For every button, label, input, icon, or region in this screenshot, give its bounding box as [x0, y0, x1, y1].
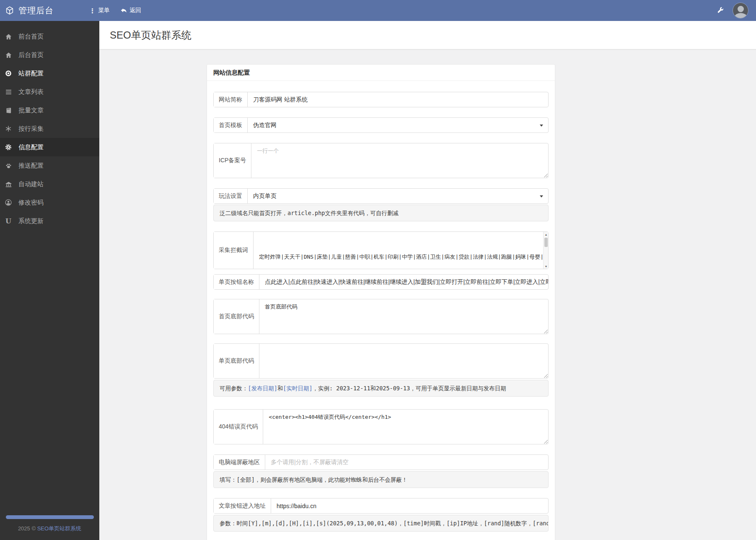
home-footer-code-label: 首页底部代码 [214, 299, 259, 334]
globe-icon [5, 70, 12, 77]
reply-arrow-icon [121, 8, 127, 13]
field-404-code: 404错误页代码 <center><h1>404错误页代码</center></… [213, 409, 549, 444]
play-mode-label: 玩法设置 [214, 189, 248, 203]
book-icon [5, 106, 12, 114]
resize-grip-icon[interactable] [543, 373, 548, 378]
copyright: 2025 © SEO单页站群系统 [0, 525, 99, 532]
sidebar-item-label: 信息配置 [18, 143, 44, 151]
top-menu: ⋮ 菜单 返回 [89, 0, 141, 21]
sidebar-item-change-password[interactable]: 修改密码 [0, 193, 99, 212]
page-footer-code-text [259, 344, 548, 350]
icp-label: ICP备案号 [214, 143, 251, 178]
sidebar-item-label: 后台首页 [18, 51, 44, 59]
collect-block-label: 采集拦截词 [214, 232, 254, 269]
sidebar-item-label: 批量文章 [18, 106, 44, 114]
site-name-label: 网站简称 [214, 92, 248, 107]
sidebar-scrollbar[interactable] [6, 515, 94, 519]
cube-icon [5, 6, 14, 15]
sidebar-nav: 前台首页 后台首页 站群配置 文章列 [0, 21, 99, 230]
paw-icon [5, 162, 12, 169]
sidebar-item-front-home[interactable]: 前台首页 [0, 27, 99, 46]
home-icon [5, 33, 12, 40]
play-mode-select[interactable]: 内页单页 [248, 189, 548, 203]
magnet-icon: U [5, 217, 12, 225]
error-404-text: <center><h1>404错误页代码</center></h1> [263, 410, 548, 424]
home-footer-code-text: 首页底部代码 [259, 299, 548, 314]
sidebar-item-batch-articles[interactable]: 批量文章 [0, 101, 99, 119]
site-info-card: 网站信息配置 网站简称 刀客源码网 站群系统 首页模板 伪造官网 ICP备案号 … [207, 64, 555, 540]
home-template-label: 首页模板 [214, 118, 248, 132]
scroll-down-icon[interactable]: ▼ [544, 264, 548, 269]
sidebar-item-label: 站群配置 [18, 70, 44, 78]
copyright-link[interactable]: SEO单页站群系统 [37, 525, 81, 532]
field-icp: ICP备案号 一行一个 [213, 143, 549, 178]
publish-date-link[interactable]: [发布日期] [248, 385, 277, 392]
button-names-input[interactable]: 点此进入|点此前往|快速进入|快速前往|继续前往|继续进入|加盟我们|立即打开|… [259, 275, 548, 289]
field-play-mode: 玩法设置 内页单页 泛二级域名只能首页打开，article.php文件夹里有代码… [213, 188, 549, 221]
field-button-names: 单页按钮名称 点此进入|点此前往|快速进入|快速前往|继续前往|继续进入|加盟我… [213, 274, 549, 290]
home-icon [5, 51, 12, 59]
page-footer-code-textarea[interactable] [259, 344, 548, 378]
icp-textarea[interactable]: 一行一个 [251, 143, 548, 178]
copyright-year: 2025 © [18, 525, 37, 532]
site-name-input[interactable]: 刀客源码网 站群系统 [248, 92, 548, 107]
bank-icon [5, 180, 12, 188]
collect-block-textarea[interactable]: 定时炸弹|天天干|DNS|床垫|儿童|慈善|中职|机车|印刷|中学|酒店|卫生|… [254, 232, 548, 269]
field-site-name: 网站简称 刀客源码网 站群系统 [213, 92, 549, 107]
url-params-note: 参数：时间[Y],[m],[d],[H],[i],[s](2025,09,13,… [213, 515, 549, 532]
field-home-footer-code: 首页底部代码 首页底部代码 [213, 299, 549, 334]
resize-grip-icon[interactable] [543, 173, 548, 177]
play-mode-note: 泛二级域名只能首页打开，article.php文件夹里有代码，可自行删减 [213, 205, 549, 221]
resize-grip-icon[interactable] [543, 439, 548, 444]
sidebar-item-label: 自动建站 [18, 180, 44, 188]
pc-block-region-label: 电脑端屏蔽地区 [214, 455, 265, 470]
field-collect-block: 采集拦截词 定时炸弹|天天干|DNS|床垫|儿童|慈善|中职|机车|印刷|中学|… [213, 231, 549, 269]
top-bar: 管理后台 ⋮ 菜单 返回 [0, 0, 756, 21]
pc-block-note: 填写：[全部]，则会屏蔽所有地区电脑端，此功能对蜘蛛和后台不会屏蔽！ [213, 471, 549, 488]
menu-toggle[interactable]: ⋮ 菜单 [89, 7, 110, 14]
topbar-right [717, 0, 748, 21]
home-template-select[interactable]: 伪造官网 [248, 118, 548, 132]
scrollbar-track[interactable]: ▲ ▼ [543, 232, 548, 269]
sidebar-item-sitegroup-config[interactable]: 站群配置 [0, 64, 99, 83]
sidebar-item-info-config[interactable]: 信息配置 [0, 138, 99, 156]
date-params-note: 可用参数：[发布日期]和[实时日期]，实例: 2023-12-11和2025-0… [213, 380, 549, 397]
error-404-textarea[interactable]: <center><h1>404错误页代码</center></h1> [263, 410, 548, 444]
field-home-template: 首页模板 伪造官网 [213, 117, 549, 133]
scrollbar-thumb[interactable] [544, 238, 548, 247]
sidebar-item-label: 推送配置 [18, 162, 44, 170]
user-circle-icon [5, 199, 12, 206]
article-button-url-input[interactable]: https://baidu.cn [271, 498, 548, 513]
brand[interactable]: 管理后台 [5, 0, 54, 21]
page-title: SEO单页站群系统 [110, 21, 192, 49]
back-button[interactable]: 返回 [121, 7, 141, 14]
resize-grip-icon[interactable] [543, 329, 548, 333]
button-names-label: 单页按钮名称 [214, 275, 259, 289]
sidebar-item-label: 前台首页 [18, 33, 44, 41]
scroll-up-icon[interactable]: ▲ [544, 232, 548, 237]
sidebar-item-auto-build[interactable]: 自动建站 [0, 175, 99, 193]
sidebar-item-system-update[interactable]: U 系统更新 [0, 212, 99, 230]
home-footer-code-textarea[interactable]: 首页底部代码 [259, 299, 548, 334]
menu-toggle-label: 菜单 [98, 7, 110, 14]
pc-block-region-input[interactable]: 多个请用|分割，不屏蔽请清空 [265, 455, 548, 470]
card-body: 网站简称 刀客源码网 站群系统 首页模板 伪造官网 ICP备案号 一行一个 [207, 81, 555, 540]
sidebar-item-back-home[interactable]: 后台首页 [0, 46, 99, 64]
avatar-body [735, 13, 747, 18]
kebab-icon: ⋮ [89, 8, 96, 14]
sidebar-item-article-list[interactable]: 文章列表 [0, 83, 99, 101]
realtime-date-link[interactable]: [实时日期] [283, 385, 312, 392]
gear-icon [5, 143, 12, 151]
field-page-footer-code: 单页底部代码 可用参数：[发布日期]和[实时日期]，实例: 2023-12-11… [213, 343, 549, 397]
sidebar-item-label: 系统更新 [18, 217, 44, 225]
list-icon [5, 88, 12, 96]
wrench-icon[interactable] [717, 7, 724, 14]
sidebar-item-label: 修改密码 [18, 199, 44, 207]
error-404-label: 404错误页代码 [214, 410, 263, 444]
article-button-url-label: 文章按钮进入地址 [214, 498, 271, 513]
page-footer-code-label: 单页底部代码 [214, 344, 259, 378]
collect-block-text: 定时炸弹|天天干|DNS|床垫|儿童|慈善|中职|机车|印刷|中学|酒店|卫生|… [254, 232, 548, 269]
user-avatar[interactable] [733, 3, 748, 18]
sidebar-item-line-collect[interactable]: 按行采集 [0, 119, 99, 138]
sidebar-item-push-config[interactable]: 推送配置 [0, 156, 99, 175]
